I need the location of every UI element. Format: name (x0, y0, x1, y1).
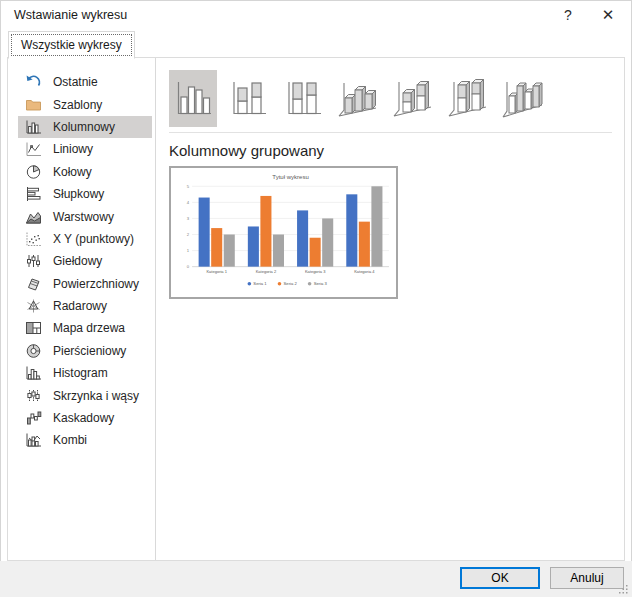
radar-chart-icon (25, 298, 42, 314)
stock-chart-icon (25, 253, 42, 269)
sidebar-item-doughnut[interactable]: Pierścieniowy (18, 340, 152, 362)
tab-page: Ostatnie Szablony Kolumnowy Liniowy Koło… (7, 57, 625, 561)
svg-text:Tytuł wykresu: Tytuł wykresu (272, 174, 308, 180)
sidebar-item-combo[interactable]: Kombi (18, 429, 152, 451)
sidebar-item-radar[interactable]: Radarowy (18, 295, 152, 317)
cancel-button[interactable]: Anuluj (550, 567, 624, 589)
sidebar-item-label: Radarowy (53, 299, 107, 313)
subtype-row (169, 70, 612, 127)
sidebar-item-label: Warstwowy (53, 210, 114, 224)
chart-preview: Tytuł wykresu012345Kategoria 1Kategoria … (172, 169, 395, 296)
subtype-3d-clustered-column[interactable] (334, 70, 382, 127)
chart-subtype-panel: Kolumnowy grupowany Tytuł wykresu012345K… (156, 58, 624, 560)
scatter-chart-icon (25, 231, 42, 247)
sidebar-item-label: Słupkowy (53, 187, 104, 201)
sidebar-item-label: X Y (punktowy) (53, 232, 134, 246)
sidebar-item-label: Skrzynka i wąsy (53, 389, 139, 403)
subtype-3d-stacked-column[interactable] (389, 70, 437, 127)
tab-all-charts[interactable]: Wszystkie wykresy (8, 31, 135, 59)
svg-text:5: 5 (187, 184, 190, 189)
sidebar-item-stock[interactable]: Giełdowy (18, 250, 152, 272)
sidebar-item-label: Kolumnowy (53, 120, 115, 134)
sidebar-item-label: Kołowy (53, 165, 92, 179)
histogram-chart-icon (25, 365, 42, 381)
subtype-stacked-column[interactable] (224, 70, 272, 127)
sidebar-item-line[interactable]: Liniowy (18, 138, 152, 160)
sidebar-item-label: Histogram (53, 366, 108, 380)
close-icon[interactable]: ✕ (588, 0, 628, 30)
sidebar-item-templates[interactable]: Szablony (18, 93, 152, 115)
sidebar-item-label: Powierzchniowy (53, 277, 139, 291)
combo-chart-icon (25, 432, 42, 448)
sidebar-item-label: Kaskadowy (53, 411, 114, 425)
svg-text:Kategoria 3: Kategoria 3 (305, 269, 326, 274)
sidebar-item-histogram[interactable]: Histogram (18, 362, 152, 384)
doughnut-chart-icon (25, 343, 42, 359)
sidebar-item-label: Mapa drzewa (53, 321, 125, 335)
area-chart-icon (25, 209, 42, 225)
line-chart-icon (25, 141, 42, 157)
svg-text:Kategoria 2: Kategoria 2 (256, 269, 277, 274)
templates-folder-icon (25, 97, 42, 113)
3d-100-stacked-column-icon (446, 77, 490, 121)
box-whisker-chart-icon (25, 388, 42, 404)
subtype-100-stacked-column[interactable] (279, 70, 327, 127)
sidebar-item-label: Giełdowy (53, 254, 102, 268)
svg-text:4: 4 (187, 200, 190, 205)
stacked-column-icon (226, 77, 270, 121)
sidebar-item-label: Szablony (53, 98, 102, 112)
help-icon[interactable]: ? (548, 0, 588, 30)
sidebar-item-label: Pierścieniowy (53, 344, 126, 358)
subtype-3d-100-stacked-column[interactable] (444, 70, 492, 127)
sidebar-item-box-whisker[interactable]: Skrzynka i wąsy (18, 384, 152, 406)
sidebar-item-area[interactable]: Warstwowy (18, 205, 152, 227)
column-chart-icon (25, 119, 42, 135)
sidebar-item-recent[interactable]: Ostatnie (18, 71, 152, 93)
title-bar: Wstawianie wykresu ? ✕ (0, 0, 632, 30)
resize-grip-icon[interactable] (618, 584, 629, 595)
chart-preview-card[interactable]: Tytuł wykresu012345Kategoria 1Kategoria … (169, 166, 398, 299)
sidebar-item-label: Kombi (53, 433, 87, 447)
dialog-title: Wstawianie wykresu (14, 8, 127, 22)
subtype-separator (169, 132, 612, 133)
waterfall-chart-icon (25, 410, 42, 426)
svg-text:Seria 1: Seria 1 (253, 281, 267, 286)
svg-text:Kategoria 4: Kategoria 4 (354, 269, 375, 274)
recent-icon (25, 74, 42, 90)
subtype-3d-column[interactable] (499, 70, 547, 127)
svg-text:Seria 3: Seria 3 (314, 281, 328, 286)
sidebar-item-scatter[interactable]: X Y (punktowy) (18, 228, 152, 250)
bar-chart-icon (25, 186, 42, 202)
subtype-heading: Kolumnowy grupowany (169, 142, 612, 159)
chart-type-sidebar: Ostatnie Szablony Kolumnowy Liniowy Koło… (8, 58, 156, 560)
100-stacked-column-icon (281, 77, 325, 121)
svg-text:Seria 2: Seria 2 (284, 281, 298, 286)
sidebar-item-bar[interactable]: Słupkowy (18, 183, 152, 205)
sidebar-item-label: Ostatnie (53, 75, 98, 89)
3d-column-icon (501, 77, 545, 121)
ok-button[interactable]: OK (460, 567, 540, 589)
3d-clustered-column-icon (336, 77, 380, 121)
svg-text:2: 2 (187, 232, 190, 237)
sidebar-item-treemap[interactable]: Mapa drzewa (18, 317, 152, 339)
subtype-clustered-column[interactable] (169, 70, 217, 127)
sidebar-item-label: Liniowy (53, 142, 93, 156)
sidebar-item-column[interactable]: Kolumnowy (18, 116, 152, 138)
sidebar-item-pie[interactable]: Kołowy (18, 161, 152, 183)
surface-chart-icon (25, 276, 42, 292)
clustered-column-icon (171, 77, 215, 121)
svg-text:3: 3 (187, 216, 190, 221)
treemap-chart-icon (25, 320, 42, 336)
svg-text:1: 1 (187, 248, 190, 253)
insert-chart-dialog: Wstawianie wykresu ? ✕ Wszystkie wykresy… (0, 0, 632, 597)
sidebar-item-waterfall[interactable]: Kaskadowy (18, 407, 152, 429)
svg-text:0: 0 (187, 264, 190, 269)
svg-text:Kategoria 1: Kategoria 1 (206, 269, 227, 274)
pie-chart-icon (25, 164, 42, 180)
sidebar-item-surface[interactable]: Powierzchniowy (18, 273, 152, 295)
3d-stacked-column-icon (391, 77, 435, 121)
